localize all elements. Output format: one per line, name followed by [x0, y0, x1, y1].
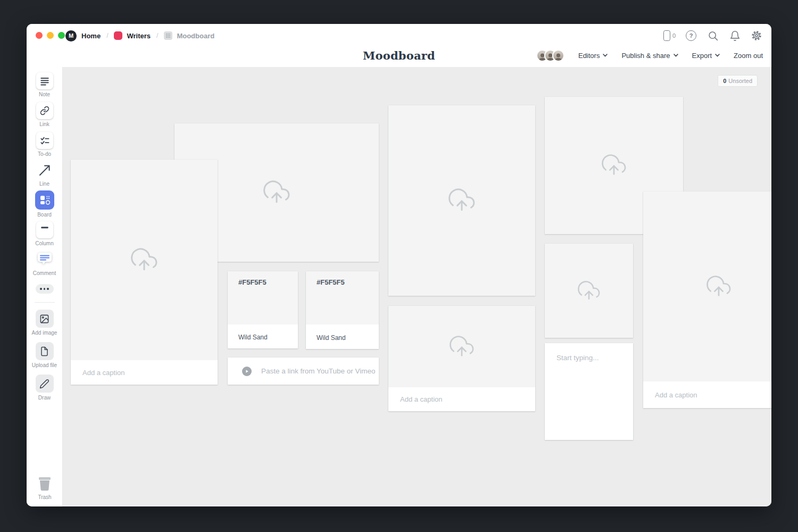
- trash-label: Trash: [38, 494, 51, 500]
- tool-comment[interactable]: Comment: [27, 251, 63, 281]
- search-icon: [708, 30, 719, 41]
- image-card[interactable]: Add a caption: [388, 306, 535, 411]
- caption-input[interactable]: Add a caption: [71, 360, 218, 385]
- breadcrumb-separator: /: [156, 32, 158, 39]
- action-label: Upload file: [32, 362, 57, 368]
- export-dropdown[interactable]: Export: [692, 52, 720, 60]
- video-link-card[interactable]: Paste a link from YouTube or Vimeo: [228, 358, 379, 385]
- color-swatch-card[interactable]: #F5F5F5 Wild Sand: [306, 271, 379, 349]
- add-image-icon: [36, 310, 54, 328]
- note-card[interactable]: Start typing...: [545, 343, 633, 440]
- upload-cloud-icon: [704, 275, 733, 299]
- settings-button[interactable]: [750, 29, 763, 42]
- zoom-window-button[interactable]: [58, 32, 65, 39]
- column-icon: [36, 221, 53, 238]
- pencil-icon: [36, 375, 54, 393]
- more-tools-button[interactable]: [36, 284, 54, 294]
- color-swatch-card[interactable]: #F5F5F5 Wild Sand: [228, 271, 298, 348]
- caption-input[interactable]: Add a caption: [388, 387, 535, 411]
- publish-share-dropdown[interactable]: Publish & share: [621, 52, 678, 60]
- breadcrumb-writers[interactable]: Writers: [127, 32, 151, 40]
- tool-note[interactable]: Note: [27, 72, 63, 102]
- avatar: [552, 49, 564, 62]
- publish-share-label: Publish & share: [621, 52, 670, 60]
- mobile-count: 0: [672, 32, 676, 39]
- trash-dropzone[interactable]: Trash: [27, 475, 63, 500]
- editors-dropdown[interactable]: Editors: [578, 52, 608, 60]
- draw-button[interactable]: Draw: [27, 375, 63, 407]
- tool-board-active[interactable]: Board: [27, 192, 63, 221]
- window-controls: [36, 32, 65, 39]
- chevron-down-icon: [603, 54, 608, 57]
- tool-todo[interactable]: To-do: [27, 132, 63, 162]
- trash-icon: [36, 475, 54, 492]
- note-input[interactable]: Start typing...: [556, 354, 599, 362]
- tool-label: To-do: [38, 151, 51, 157]
- upload-cloud-icon: [600, 153, 628, 178]
- export-label: Export: [692, 52, 712, 60]
- upload-cloud-icon: [129, 247, 160, 273]
- board-canvas[interactable]: 0 Unsorted Add a caption #F5F5F5 Wild Sa…: [63, 67, 771, 506]
- image-drop-card[interactable]: [388, 105, 535, 296]
- board-icon: [35, 190, 54, 210]
- tool-label: Column: [35, 240, 53, 246]
- line-arrow-icon: [36, 162, 53, 179]
- video-link-input[interactable]: Paste a link from YouTube or Vimeo: [261, 367, 376, 375]
- ellipsis-icon: [40, 288, 42, 290]
- image-dropzone[interactable]: [388, 306, 535, 387]
- app-logo-icon[interactable]: M: [65, 30, 77, 41]
- tool-column[interactable]: Column: [27, 221, 63, 251]
- todo-icon: [36, 132, 53, 149]
- unsorted-badge[interactable]: 0 Unsorted: [718, 75, 758, 87]
- bell-icon: [729, 30, 741, 41]
- zoom-out-button[interactable]: Zoom out: [734, 52, 763, 60]
- search-button[interactable]: [706, 29, 719, 42]
- play-icon: [242, 367, 252, 376]
- editor-avatars[interactable]: [536, 49, 564, 62]
- caption-input[interactable]: Add a caption: [643, 381, 771, 408]
- header: M Home / Writers / Moodboard 0 ?: [27, 24, 771, 67]
- link-icon: [36, 102, 53, 119]
- add-image-button[interactable]: Add image: [27, 310, 63, 342]
- upload-file-icon: [36, 342, 54, 360]
- mobile-app-button[interactable]: 0: [663, 29, 676, 42]
- help-button[interactable]: ?: [685, 29, 697, 42]
- notifications-button[interactable]: [728, 29, 741, 42]
- unsorted-label: Unsorted: [728, 78, 752, 84]
- swatch-hex: #F5F5F5: [317, 278, 345, 286]
- gear-icon: [751, 30, 762, 41]
- breadcrumb-moodboard[interactable]: Moodboard: [177, 32, 214, 40]
- image-dropzone[interactable]: [71, 160, 218, 360]
- tool-link[interactable]: Link: [27, 102, 63, 132]
- tool-label: Comment: [33, 270, 56, 276]
- tool-label: Board: [37, 212, 52, 218]
- minimize-window-button[interactable]: [47, 32, 54, 39]
- upload-cloud-icon: [576, 280, 602, 302]
- zoom-out-label: Zoom out: [734, 52, 763, 60]
- note-icon: [36, 72, 53, 89]
- image-dropzone[interactable]: [643, 192, 771, 381]
- upload-cloud-icon: [261, 179, 292, 206]
- tools-sidebar: Note Link To-do Line Board: [27, 67, 63, 506]
- image-card[interactable]: Add a caption: [643, 192, 771, 408]
- tool-line[interactable]: Line: [27, 162, 63, 192]
- toolbar-icons: 0 ?: [663, 29, 763, 42]
- breadcrumb-separator: /: [106, 32, 108, 39]
- unsorted-count: 0: [723, 78, 726, 84]
- upload-cloud-icon: [446, 187, 477, 214]
- action-label: Add image: [32, 330, 57, 336]
- tool-label: Note: [39, 92, 50, 97]
- moodboard-board-icon: [164, 31, 172, 40]
- upload-file-button[interactable]: Upload file: [27, 342, 63, 375]
- image-drop-card[interactable]: [545, 244, 633, 338]
- board-controls: Editors Publish & share Export Zoom out: [536, 47, 763, 63]
- breadcrumb-home[interactable]: Home: [81, 32, 101, 40]
- close-window-button[interactable]: [36, 32, 43, 39]
- app-window: M Home / Writers / Moodboard 0 ?: [27, 24, 771, 506]
- swatch-name: Wild Sand: [238, 334, 268, 341]
- image-card[interactable]: Add a caption: [71, 160, 218, 385]
- chevron-down-icon: [715, 54, 720, 57]
- tool-label: Line: [39, 181, 49, 187]
- swatch-name: Wild Sand: [317, 334, 346, 342]
- comment-icon: [36, 251, 53, 268]
